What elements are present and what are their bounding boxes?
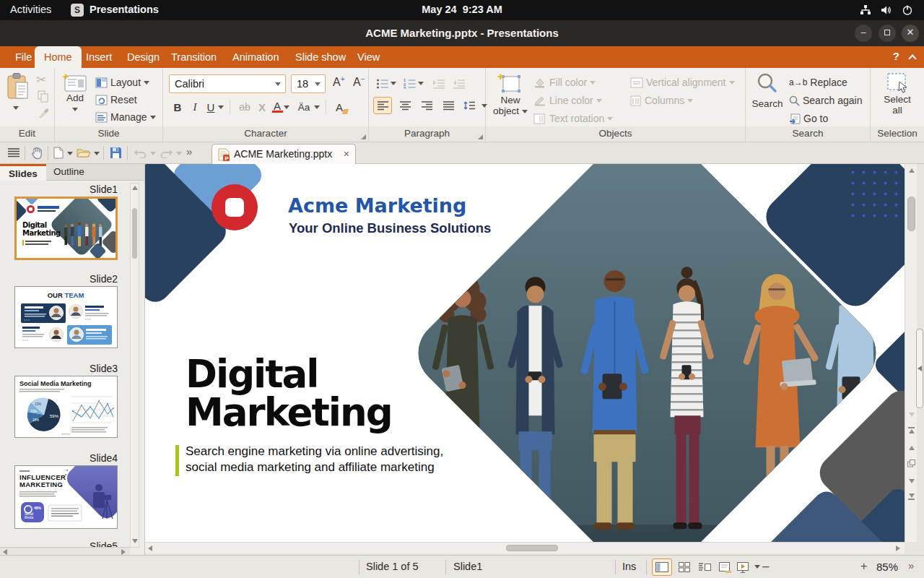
subscript-button[interactable]: X xyxy=(253,98,271,116)
browse-object-icon[interactable] xyxy=(907,459,916,468)
panel-scroll-right-icon[interactable] xyxy=(121,549,126,555)
italic-button[interactable]: I xyxy=(186,98,204,116)
new-document-icon[interactable] xyxy=(53,147,64,159)
increase-indent-icon[interactable] xyxy=(432,78,445,89)
first-slide-icon[interactable] xyxy=(907,426,916,435)
slide-title[interactable]: Digital Marketing xyxy=(186,355,392,431)
text-rotation-button[interactable]: Text rotation xyxy=(533,110,613,127)
change-case-button[interactable]: Äa xyxy=(294,98,314,116)
previous-slide-icon[interactable] xyxy=(907,443,916,452)
help-button[interactable]: ? xyxy=(893,50,899,62)
vertical-scrollbar[interactable] xyxy=(905,164,917,542)
save-icon[interactable] xyxy=(110,147,122,159)
document-tab[interactable]: P ACME Marketing.pptx × xyxy=(212,144,356,164)
open-folder-dropdown[interactable] xyxy=(94,152,100,155)
new-document-dropdown[interactable] xyxy=(67,152,73,155)
underline-button[interactable]: U xyxy=(204,98,218,116)
bullet-list-dropdown[interactable] xyxy=(391,82,396,85)
next-slide-icon[interactable] xyxy=(907,476,916,486)
change-case-dropdown[interactable] xyxy=(314,105,320,109)
sidebar-collapse-handle[interactable] xyxy=(916,329,923,408)
align-right-button[interactable] xyxy=(418,97,435,114)
fill-color-button[interactable]: Fill color xyxy=(533,74,596,91)
font-size-combo[interactable]: 18 xyxy=(291,74,326,93)
slideshow-button[interactable] xyxy=(733,558,754,576)
statusbar-more-button[interactable]: » xyxy=(908,559,914,571)
slide-counter[interactable]: Slide 1 of 5 xyxy=(366,561,419,572)
open-folder-icon[interactable] xyxy=(77,147,91,158)
go-to-button[interactable]: Go to xyxy=(789,110,828,127)
tab-slides[interactable]: Slides xyxy=(0,164,46,181)
collapse-ribbon-icon[interactable] xyxy=(908,54,916,62)
pan-hand-icon[interactable] xyxy=(30,146,43,160)
copy-icon[interactable] xyxy=(38,90,49,103)
shrink-font-button[interactable]: A− xyxy=(353,75,365,89)
justify-button[interactable] xyxy=(440,97,457,114)
character-dialog-launcher[interactable] xyxy=(361,134,366,139)
tab-home[interactable]: Home xyxy=(35,46,82,68)
panel-scroll-down-icon[interactable] xyxy=(132,539,138,543)
scroll-right-icon[interactable] xyxy=(896,545,900,551)
zoom-in-button[interactable]: + xyxy=(860,560,867,573)
tab-insert[interactable]: Insert xyxy=(77,46,121,68)
numbered-list-dropdown[interactable] xyxy=(418,82,424,85)
close-button[interactable]: ✕ xyxy=(902,25,919,42)
activities-button[interactable]: Activities xyxy=(10,4,51,15)
document-tab-close-icon[interactable]: × xyxy=(344,148,349,160)
font-name-combo[interactable]: Calibri xyxy=(169,74,286,93)
cut-icon[interactable]: ✂ xyxy=(36,72,46,87)
app-menu[interactable]: Presentations xyxy=(90,4,159,15)
search-again-button[interactable]: Search again xyxy=(789,92,863,109)
add-slide-dropdown[interactable] xyxy=(72,108,78,111)
power-icon[interactable] xyxy=(902,4,913,16)
tab-outline[interactable]: Outline xyxy=(45,164,93,181)
slide-thumbnail-1[interactable]: DigitalMarketing xyxy=(14,197,118,260)
underline-dropdown[interactable] xyxy=(218,105,224,109)
paste-dropdown[interactable] xyxy=(13,106,19,110)
brand-title[interactable]: Acme Marketing xyxy=(288,194,466,217)
outline-view-button[interactable] xyxy=(694,558,715,576)
scroll-left-icon[interactable] xyxy=(148,545,152,551)
align-left-button[interactable] xyxy=(373,97,392,114)
grow-font-button[interactable]: A+ xyxy=(333,75,345,89)
font-color-button[interactable]: A xyxy=(271,98,284,116)
slide-thumbnail-2[interactable]: OUR TEAM xyxy=(14,286,118,348)
paragraph-dialog-launcher[interactable] xyxy=(478,134,483,139)
manage-button[interactable]: Manage xyxy=(95,108,156,126)
tab-animation[interactable]: Animation xyxy=(223,46,288,68)
add-slide-button[interactable]: + Add xyxy=(59,72,91,114)
slide-canvas[interactable]: Acme Marketing Your Online Business Solu… xyxy=(145,164,905,542)
slide-thumbnail-4[interactable]: INFLUENCER MARKETING 48% Social Media xyxy=(14,465,118,529)
undo-dropdown[interactable] xyxy=(150,152,156,155)
bullet-list-icon[interactable] xyxy=(376,78,389,89)
notes-view-button[interactable] xyxy=(715,558,735,576)
maximize-button[interactable] xyxy=(879,25,896,42)
select-all-button[interactable]: Select all xyxy=(879,72,916,116)
window-title-bar[interactable]: ACME Marketing.pptx - Presentations xyxy=(0,20,924,46)
decrease-indent-icon[interactable] xyxy=(453,78,466,89)
paste-button[interactable] xyxy=(6,72,30,101)
vertical-alignment-button[interactable]: Vertical alignment xyxy=(630,74,735,91)
replace-button[interactable]: a→b Replace xyxy=(789,74,847,91)
search-button[interactable]: Search xyxy=(749,72,786,109)
reset-button[interactable]: Reset xyxy=(95,91,137,108)
font-color-dropdown[interactable] xyxy=(284,105,289,109)
panel-scroll-left-icon[interactable] xyxy=(3,549,7,555)
tab-slide-show[interactable]: Slide show xyxy=(286,46,355,68)
panel-scroll-up-icon[interactable] xyxy=(132,186,138,190)
slideshow-dropdown[interactable] xyxy=(754,565,760,569)
format-paintbrush-icon[interactable] xyxy=(38,108,49,119)
tab-transition[interactable]: Transition xyxy=(162,46,226,68)
redo-icon[interactable] xyxy=(160,147,173,158)
vertical-scroll-thumb[interactable] xyxy=(907,197,915,231)
insert-mode-indicator[interactable]: Ins xyxy=(622,561,636,572)
last-slide-icon[interactable] xyxy=(907,492,916,501)
clock[interactable]: May 24 9:23 AM xyxy=(422,4,502,15)
network-icon[interactable] xyxy=(860,4,871,16)
line-spacing-button[interactable] xyxy=(461,97,477,114)
brand-subtitle[interactable]: Your Online Business Solutions xyxy=(289,220,491,236)
panel-scroll-thumb[interactable] xyxy=(132,208,137,259)
tab-view[interactable]: View xyxy=(348,46,389,68)
normal-view-button[interactable] xyxy=(652,558,672,576)
slide-thumbnail-3[interactable]: Social Media Marketing 59% 18% 10% 13% xyxy=(14,376,118,438)
